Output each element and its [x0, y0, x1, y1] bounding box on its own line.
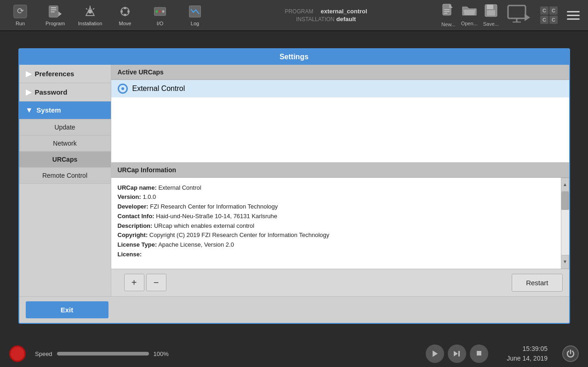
top-toolbar: ⟳ Run Program [0, 0, 588, 31]
move-button[interactable]: Move [109, 1, 141, 29]
svg-marker-6 [58, 11, 62, 17]
sidebar-sub-item-remote-control[interactable]: Remote Control [19, 168, 111, 184]
contact-label: Contact Info: [118, 213, 154, 220]
record-button[interactable] [9, 345, 26, 362]
network-label: Network [53, 140, 76, 147]
password-arrow: ▶ [26, 88, 31, 96]
system-label: System [36, 106, 61, 114]
remote-control-label: Remote Control [42, 172, 87, 179]
scroll-up-arrow[interactable]: ▲ [561, 178, 569, 192]
move-icon [118, 4, 132, 19]
urcap-name: External Control [132, 85, 185, 93]
exit-button[interactable]: Exit [26, 301, 108, 318]
sidebar-sub-item-network[interactable]: Network [19, 136, 111, 152]
content-area: Active URCaps External Control URCap Inf… [111, 65, 569, 296]
installation-button[interactable]: Installation [74, 1, 106, 29]
sidebar-sub-item-update[interactable]: Update [19, 119, 111, 136]
program-label: Program [46, 21, 65, 26]
svg-point-7 [88, 10, 92, 14]
urcap-list: External Control [111, 80, 569, 163]
copyright-value: Copyright (C) 2019 FZI Research Center f… [149, 231, 329, 238]
playback-controls [426, 344, 488, 363]
svg-line-9 [93, 8, 94, 10]
svg-point-18 [159, 10, 161, 12]
restart-button[interactable]: Restart [512, 274, 562, 292]
settings-dialog: Settings ▶ Preferences ▶ Password ▼ Syst… [18, 48, 570, 324]
speed-bar [57, 352, 149, 356]
date-value: June 14, 2019 [507, 354, 548, 363]
time-value: 15:39:05 [507, 344, 548, 354]
step-button[interactable] [448, 344, 466, 363]
main-area: Settings ▶ Preferences ▶ Password ▼ Syst… [0, 31, 588, 340]
preferences-arrow: ▶ [26, 69, 31, 78]
remove-button[interactable]: − [146, 274, 166, 291]
urcap-icon [118, 84, 128, 94]
info-content: URCap name: External Control Version: 1.… [111, 178, 569, 269]
version-value: 1.0.0 [143, 193, 156, 200]
cc-item-2: C [549, 6, 558, 15]
developer-label: Developer: [118, 203, 148, 210]
run-label: Run [16, 21, 25, 26]
name-label: URCap name: [118, 184, 157, 191]
run-button[interactable]: ⟳ Run [5, 1, 36, 29]
sidebar-item-preferences[interactable]: ▶ Preferences [19, 65, 111, 83]
urcap-list-item[interactable]: External Control [111, 80, 569, 97]
urcap-info-header: URCap Information [111, 163, 569, 178]
installation-value: default [337, 16, 356, 23]
svg-point-17 [155, 10, 158, 12]
svg-rect-28 [487, 10, 495, 16]
speed-label: Speed [35, 350, 52, 357]
system-arrow: ▼ [26, 106, 33, 114]
new-button[interactable]: New... [441, 3, 456, 27]
speed-section: Speed 100% [35, 350, 169, 357]
hamburger-line-2 [567, 15, 580, 16]
description-value: URcap which enables external control [154, 222, 254, 229]
move-label: Move [119, 21, 131, 26]
program-label-text: PROGRAM [285, 8, 313, 15]
sidebar-item-system[interactable]: ▼ System [19, 102, 111, 119]
io-label: I/O [157, 21, 164, 26]
save-button[interactable]: Save... [483, 4, 499, 27]
sidebar-item-password[interactable]: ▶ Password [19, 83, 111, 102]
preferences-label: Preferences [35, 70, 74, 78]
play-button[interactable] [426, 344, 444, 363]
toolbar-center: PROGRAM external_control INSTALLATION de… [211, 8, 441, 23]
stop-button[interactable] [470, 344, 488, 363]
svg-marker-32 [525, 14, 530, 21]
scroll-down-arrow[interactable]: ▼ [561, 255, 569, 269]
screen-icon-container [507, 5, 531, 26]
scroll-thumb[interactable] [561, 192, 569, 210]
svg-line-10 [86, 8, 87, 10]
developer-value: FZI Research Center for Information Tech… [150, 203, 278, 210]
exit-bar: Exit [19, 296, 569, 323]
hamburger-line-3 [567, 18, 580, 20]
open-button[interactable]: Open... [461, 4, 478, 26]
sidebar-sub-item-urcaps[interactable]: URCaps [19, 152, 111, 168]
power-button[interactable] [562, 345, 579, 362]
program-value: external_control [320, 8, 367, 15]
svg-point-19 [162, 10, 164, 12]
toolbar-left: ⟳ Run Program [5, 1, 211, 29]
add-button[interactable]: + [124, 274, 144, 291]
save-label: Save... [483, 21, 499, 27]
svg-marker-33 [433, 350, 438, 357]
screen-icon [507, 5, 531, 26]
update-label: Update [54, 124, 75, 131]
active-urcaps-header: Active URCaps [111, 65, 569, 80]
program-button[interactable]: Program [40, 1, 71, 29]
copyright-label: Copyright: [118, 231, 148, 238]
scroll-track [561, 192, 569, 255]
svg-rect-27 [487, 5, 493, 9]
io-button[interactable]: I/O [144, 1, 176, 29]
log-button[interactable]: Log [179, 1, 211, 29]
cc-item-4: C [549, 16, 558, 24]
log-label: Log [191, 21, 199, 26]
open-icon [462, 4, 477, 20]
hamburger-menu[interactable] [563, 7, 583, 23]
license-type-value: Apache License, Version 2.0 [158, 241, 234, 248]
info-text: URCap name: External Control Version: 1.… [111, 178, 561, 269]
content-bottom-bar: + − Restart [111, 269, 569, 296]
svg-rect-29 [508, 6, 525, 18]
settings-body: ▶ Preferences ▶ Password ▼ System Update [19, 65, 569, 296]
name-value: External Control [158, 184, 201, 191]
